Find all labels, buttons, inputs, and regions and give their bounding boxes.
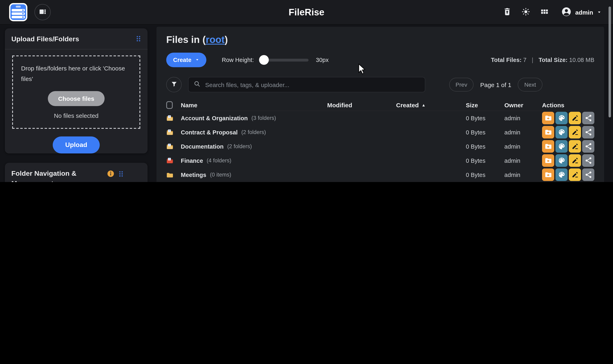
theme-toggle-button[interactable]: [521, 7, 530, 17]
color-folder-button[interactable]: [556, 154, 568, 167]
chevron-down-icon: [597, 9, 602, 16]
folder-icon: [166, 143, 174, 150]
select-all-checkbox[interactable]: [166, 101, 173, 109]
share-button[interactable]: [582, 126, 594, 139]
dropzone-text: Drop files/folders here or click 'Choose…: [21, 63, 131, 84]
column-owner[interactable]: Owner: [504, 102, 542, 108]
palette-icon: [558, 114, 565, 122]
upload-card: Upload Files/Folders Drop files/folders …: [5, 28, 148, 154]
sidebar: Upload Files/Folders Drop files/folders …: [5, 28, 148, 182]
trash-restore-icon: [503, 7, 512, 17]
folder-row[interactable]: Meetings(0 items)0 Bytesadmin: [166, 168, 594, 182]
apps-grid-button[interactable]: [540, 7, 549, 17]
size-cell: 0 Bytes: [466, 115, 504, 121]
column-name[interactable]: Name: [181, 102, 327, 108]
files-panel: Files in (root) Create Row Height: 30px …: [156, 27, 604, 182]
folder-move-icon: [544, 128, 552, 136]
color-folder-button[interactable]: [556, 140, 568, 153]
prev-page-button[interactable]: Prev: [449, 78, 474, 91]
move-folder-button[interactable]: [542, 140, 554, 153]
folder-nav-card: Folder Navigation & Management (Root)Acc…: [5, 163, 148, 182]
palette-icon: [558, 128, 565, 136]
upload-button[interactable]: Upload: [53, 136, 100, 154]
move-folder-button[interactable]: [542, 154, 554, 167]
pencil-line-icon: [571, 157, 579, 164]
create-button[interactable]: Create: [166, 53, 206, 67]
owner-cell: admin: [504, 115, 542, 121]
color-folder-button[interactable]: [556, 112, 568, 124]
filter-icon: [170, 80, 177, 89]
size-cell: 0 Bytes: [466, 143, 504, 150]
folder-row[interactable]: Finance(4 folders)0 Bytesadmin: [166, 154, 594, 168]
scrollbar[interactable]: [609, 6, 611, 117]
folder-row[interactable]: Contract & Proposal(2 folders)0 Bytesadm…: [166, 125, 594, 139]
item-name[interactable]: Meetings: [181, 171, 206, 178]
rename-button[interactable]: [569, 140, 581, 153]
color-folder-button[interactable]: [556, 126, 568, 139]
folder-row[interactable]: Documentation(2 folders)0 Bytesadmin: [166, 139, 594, 154]
item-name[interactable]: Account & Organization: [181, 115, 248, 121]
sort-indicator: ▲: [422, 103, 426, 107]
app-logo[interactable]: [9, 3, 28, 21]
rename-button[interactable]: [569, 126, 581, 139]
rename-button[interactable]: [569, 154, 581, 167]
palette-icon: [558, 171, 565, 179]
owner-cell: admin: [504, 129, 542, 135]
controls-row: Create Row Height: 30px Total Files: 7 |…: [166, 52, 594, 68]
item-count: (2 folders): [227, 143, 252, 149]
palette-icon: [558, 143, 565, 150]
search-input[interactable]: [204, 81, 420, 89]
file-list: Account & Organization(3 folders)0 Bytes…: [166, 111, 594, 182]
layout-toggle-icon: [38, 7, 47, 17]
row-height-slider[interactable]: [260, 59, 308, 61]
owner-cell: admin: [504, 143, 542, 150]
topbar: FileRise admin: [0, 0, 613, 25]
no-files-text: No files selected: [21, 112, 131, 119]
size-cell: 0 Bytes: [466, 129, 504, 135]
dropzone[interactable]: Drop files/folders here or click 'Choose…: [12, 55, 140, 129]
rename-button[interactable]: [569, 169, 581, 181]
item-name[interactable]: Contract & Proposal: [181, 129, 237, 135]
layout-toggle-button[interactable]: [34, 4, 51, 20]
column-size[interactable]: Size: [466, 102, 504, 108]
folder-move-icon: [544, 157, 552, 164]
move-folder-button[interactable]: [542, 112, 554, 124]
share-button[interactable]: [582, 154, 594, 167]
column-created[interactable]: Created▲: [396, 102, 466, 108]
filerise-logo-icon: [9, 3, 28, 21]
item-name[interactable]: Finance: [181, 157, 203, 164]
sun-icon: [521, 7, 530, 17]
app-title: FileRise: [289, 7, 324, 18]
drag-handle-icon[interactable]: [136, 35, 141, 42]
move-folder-button[interactable]: [542, 126, 554, 139]
filter-button[interactable]: [166, 77, 182, 92]
trash-restore-button[interactable]: [503, 7, 512, 17]
share-button[interactable]: [582, 140, 594, 153]
slider-thumb[interactable]: [259, 55, 269, 65]
search-box: [188, 77, 425, 92]
color-folder-button[interactable]: [556, 169, 568, 181]
choose-files-button[interactable]: Choose files: [48, 91, 104, 106]
pencil-line-icon: [571, 143, 579, 150]
page-indicator: Page 1 of 1: [480, 81, 511, 88]
drag-handle-icon[interactable]: [118, 170, 124, 177]
column-actions: Actions: [542, 102, 594, 108]
root-breadcrumb-link[interactable]: root: [206, 34, 225, 45]
next-page-button[interactable]: Next: [518, 78, 543, 91]
rename-button[interactable]: [569, 112, 581, 124]
share-icon: [585, 114, 592, 122]
item-count: (4 folders): [207, 157, 232, 164]
folder-row[interactable]: Account & Organization(3 folders)0 Bytes…: [166, 111, 594, 125]
share-button[interactable]: [582, 169, 594, 181]
folder-row[interactable]: Process(1 file)8.88 KBadmin: [166, 182, 594, 182]
item-name[interactable]: Documentation: [181, 143, 223, 150]
user-menu[interactable]: admin: [559, 6, 604, 18]
owner-cell: admin: [504, 171, 542, 178]
share-button[interactable]: [582, 112, 594, 124]
item-count: (2 folders): [241, 129, 266, 135]
share-icon: [585, 157, 592, 164]
column-modified[interactable]: Modified: [327, 102, 396, 108]
move-folder-button[interactable]: [542, 169, 554, 181]
info-icon[interactable]: [107, 170, 115, 178]
pagination: Prev Page 1 of 1 Next: [449, 78, 543, 91]
